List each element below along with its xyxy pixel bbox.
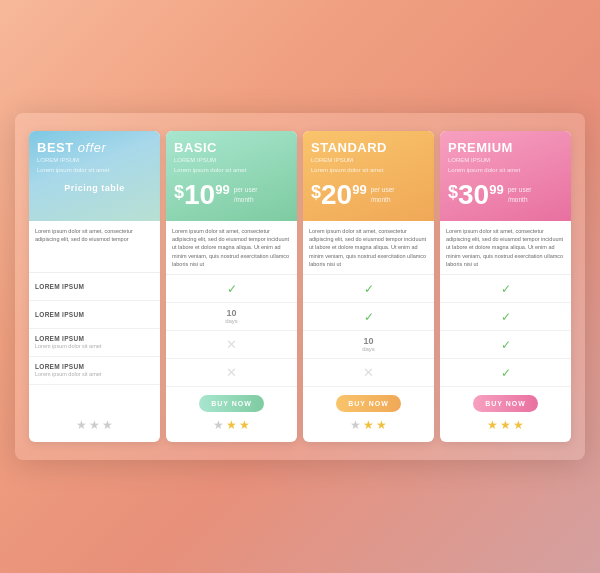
price-dollar-premium: $ xyxy=(448,183,458,201)
check-icon-prem-1: ✓ xyxy=(501,282,511,296)
standard-feature-1: ✓ xyxy=(303,275,434,303)
check-icon-1: ✓ xyxy=(227,282,237,296)
best-feature-title-1: LOREM IPSUM xyxy=(35,283,154,290)
card-standard-header: STANDARD LOREM IPSUM Lorem ipsum dolor s… xyxy=(303,131,434,221)
days-sub-basic: days xyxy=(225,318,238,324)
card-standard: STANDARD LOREM IPSUM Lorem ipsum dolor s… xyxy=(303,131,434,442)
best-feature-1: LOREM IPSUM xyxy=(29,273,160,301)
card-best-footer: ★ ★ ★ xyxy=(29,410,160,442)
card-premium: PREMIUM LOREM IPSUM Lorem ipsum dolor si… xyxy=(440,131,571,442)
price-area-standard: $ 20 99 per user/month xyxy=(311,181,426,209)
plan-sub2-basic: Lorem ipsum dolor sit amet xyxy=(174,167,289,175)
plan-name-basic: BASIC xyxy=(174,141,289,155)
card-basic-description: Lorem ipsum dolor sit amet, consectetur … xyxy=(166,221,297,275)
plan-subtitle-best: LOREM IPSUM xyxy=(37,157,152,165)
card-best-description: Lorem ipsum dolor sit amet, consectetur … xyxy=(29,221,160,273)
card-premium-description: Lorem ipsum dolor sit amet, consectetur … xyxy=(440,221,571,275)
card-best-header: BEST offer LOREM IPSUM Lorem ipsum dolor… xyxy=(29,131,160,221)
standard-feature-4: ✕ xyxy=(303,359,434,387)
days-label-standard: 10 xyxy=(363,337,373,346)
cross-icon-1: ✕ xyxy=(226,337,237,352)
premium-feature-3: ✓ xyxy=(440,331,571,359)
pricing-table-container: BEST offer LOREM IPSUM Lorem ipsum dolor… xyxy=(15,113,585,460)
premium-features: ✓ ✓ ✓ ✓ xyxy=(440,275,571,387)
premium-star-1: ★ xyxy=(487,418,498,432)
best-feature-title-2: LOREM IPSUM xyxy=(35,311,154,318)
plan-sub2-premium: Lorem ipsum dolor sit amet xyxy=(448,167,563,175)
price-area-basic: $ 10 99 per user/month xyxy=(174,181,289,209)
standard-star-3: ★ xyxy=(376,418,387,432)
price-area-premium: $ 30 99 per user/month xyxy=(448,181,563,209)
cross-icon-2: ✕ xyxy=(226,365,237,380)
price-dollar-basic: $ xyxy=(174,183,184,201)
best-feature-3: LOREM IPSUM Lorem ipsum dolor sit amet xyxy=(29,329,160,357)
price-cents-standard: 99 xyxy=(352,183,366,196)
premium-feature-2: ✓ xyxy=(440,303,571,331)
standard-star-1: ★ xyxy=(350,418,361,432)
basic-feature-2: 10 days xyxy=(166,303,297,331)
price-amount-standard: 20 xyxy=(321,181,352,209)
pricing-table-label: Pricing table xyxy=(37,183,152,193)
basic-star-3: ★ xyxy=(239,418,250,432)
plan-name-premium: PREMIUM xyxy=(448,141,563,155)
standard-feature-3: 10 days xyxy=(303,331,434,359)
check-icon-std-2: ✓ xyxy=(364,310,374,324)
plan-subtitle-standard: LOREM IPSUM xyxy=(311,157,426,165)
basic-feature-1: ✓ xyxy=(166,275,297,303)
plan-name-best: BEST offer xyxy=(37,141,152,155)
check-icon-std-1: ✓ xyxy=(364,282,374,296)
price-cents-premium: 99 xyxy=(489,183,503,196)
buy-button-premium[interactable]: BUY NOW xyxy=(473,395,538,412)
basic-features: ✓ 10 days ✕ ✕ xyxy=(166,275,297,387)
days-label-basic: 10 xyxy=(226,309,236,318)
plan-sub2-best: Lorem ipsum dolor sit amet xyxy=(37,167,152,175)
card-standard-footer: BUY NOW ★ ★ ★ xyxy=(303,387,434,442)
basic-stars: ★ ★ ★ xyxy=(213,418,250,432)
check-icon-prem-2: ✓ xyxy=(501,310,511,324)
basic-star-2: ★ xyxy=(226,418,237,432)
card-basic: BASIC LOREM IPSUM Lorem ipsum dolor sit … xyxy=(166,131,297,442)
best-feature-title-4: LOREM IPSUM xyxy=(35,363,154,370)
plan-subtitle-basic: LOREM IPSUM xyxy=(174,157,289,165)
card-premium-footer: BUY NOW ★ ★ ★ xyxy=(440,387,571,442)
star-3: ★ xyxy=(102,418,113,432)
premium-feature-4: ✓ xyxy=(440,359,571,387)
premium-feature-1: ✓ xyxy=(440,275,571,303)
price-period-basic: per user/month xyxy=(234,185,258,205)
price-amount-premium: 30 xyxy=(458,181,489,209)
premium-star-3: ★ xyxy=(513,418,524,432)
plan-name-standard: STANDARD xyxy=(311,141,426,155)
card-standard-description: Lorem ipsum dolor sit amet, consectetur … xyxy=(303,221,434,275)
plan-name-offer: offer xyxy=(78,140,107,155)
best-features: LOREM IPSUM LOREM IPSUM LOREM IPSUM Lore… xyxy=(29,273,160,410)
standard-feature-2: ✓ xyxy=(303,303,434,331)
price-cents-basic: 99 xyxy=(215,183,229,196)
star-2: ★ xyxy=(89,418,100,432)
card-basic-footer: BUY NOW ★ ★ ★ xyxy=(166,387,297,442)
buy-button-basic[interactable]: BUY NOW xyxy=(199,395,264,412)
standard-stars: ★ ★ ★ xyxy=(350,418,387,432)
star-1: ★ xyxy=(76,418,87,432)
best-feature-sub-4: Lorem ipsum dolor sit amet xyxy=(35,371,154,377)
price-amount-basic: 10 xyxy=(184,181,215,209)
standard-features: ✓ ✓ 10 days ✕ xyxy=(303,275,434,387)
basic-star-1: ★ xyxy=(213,418,224,432)
plan-subtitle-premium: LOREM IPSUM xyxy=(448,157,563,165)
best-feature-2: LOREM IPSUM xyxy=(29,301,160,329)
best-stars: ★ ★ ★ xyxy=(76,418,113,432)
best-feature-title-3: LOREM IPSUM xyxy=(35,335,154,342)
card-best: BEST offer LOREM IPSUM Lorem ipsum dolor… xyxy=(29,131,160,442)
price-period-standard: per user/month xyxy=(371,185,395,205)
check-icon-prem-3: ✓ xyxy=(501,338,511,352)
card-premium-header: PREMIUM LOREM IPSUM Lorem ipsum dolor si… xyxy=(440,131,571,221)
premium-stars: ★ ★ ★ xyxy=(487,418,524,432)
buy-button-standard[interactable]: BUY NOW xyxy=(336,395,401,412)
best-feature-sub-3: Lorem ipsum dolor sit amet xyxy=(35,343,154,349)
basic-feature-4: ✕ xyxy=(166,359,297,387)
best-feature-4: LOREM IPSUM Lorem ipsum dolor sit amet xyxy=(29,357,160,385)
days-sub-standard: days xyxy=(362,346,375,352)
basic-feature-3: ✕ xyxy=(166,331,297,359)
card-basic-header: BASIC LOREM IPSUM Lorem ipsum dolor sit … xyxy=(166,131,297,221)
check-icon-prem-4: ✓ xyxy=(501,366,511,380)
cross-icon-std-1: ✕ xyxy=(363,365,374,380)
